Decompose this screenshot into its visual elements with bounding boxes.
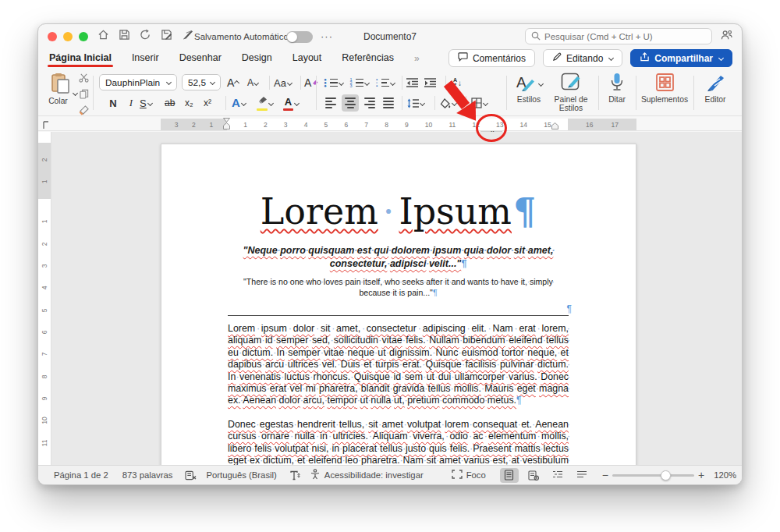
document-canvas[interactable]: 21 1234567891011 Lorem Ipsum¶ "Neque por… (38, 132, 742, 466)
sort-button[interactable]: AZ↓ (453, 74, 462, 91)
line-spacing-button[interactable] (407, 94, 424, 112)
draft-view-button[interactable] (573, 468, 591, 483)
microphone-icon (610, 73, 624, 95)
grow-font-button[interactable]: A (227, 74, 239, 91)
borders-button[interactable] (471, 94, 488, 112)
body-paragraph-2[interactable]: Donec egestas hendrerit tellus, sit amet… (228, 419, 569, 466)
copy-icon[interactable] (80, 89, 89, 101)
search-field[interactable] (525, 28, 712, 44)
tab-selector-icon[interactable] (42, 119, 50, 133)
tab-pagina-inicial[interactable]: Página Inicial (49, 52, 112, 65)
text-effects-button[interactable]: A (232, 94, 246, 112)
horizontal-border-line: ¶ (228, 315, 569, 316)
font-name-select[interactable]: DauphinPlain (99, 74, 177, 90)
align-right-icon (364, 98, 375, 108)
multilevel-list-icon: ▪▫▪ (374, 78, 389, 87)
text-scaling-icon[interactable] (289, 470, 300, 481)
accessibility-icon (310, 469, 321, 481)
align-center-icon (345, 98, 356, 108)
tab-desenhar[interactable]: Desenhar (179, 52, 222, 65)
document-page[interactable]: Lorem Ipsum¶ "Neque porro quisquam est q… (161, 144, 636, 466)
focus-icon (452, 470, 463, 481)
tab-design[interactable]: Design (242, 52, 272, 65)
ruler-right-margin: 1617 (568, 119, 636, 130)
search-icon (531, 30, 541, 44)
align-left-button[interactable] (323, 94, 339, 112)
chevron-down-icon (608, 55, 614, 61)
styles-button[interactable]: A Estilos (511, 72, 547, 104)
zoom-in-button[interactable]: + (698, 469, 704, 481)
indent-marker-right[interactable] (551, 122, 558, 131)
change-case-button[interactable]: Aa (274, 74, 292, 91)
zoom-slider-knob[interactable] (661, 470, 671, 481)
proofing-status-icon[interactable] (185, 470, 197, 481)
dictate-button[interactable]: Ditar (601, 72, 633, 104)
share-presence-icon[interactable] (721, 30, 732, 44)
accessibility-status[interactable]: Acessibilidade: investigar (310, 469, 424, 481)
body-paragraph-1[interactable]: Lorem ipsum dolor sit amet, consectetur … (228, 323, 569, 407)
bold-button[interactable]: N (105, 94, 121, 112)
editor-button[interactable]: Editor (698, 72, 732, 104)
increase-indent-button[interactable] (424, 74, 436, 91)
share-icon (640, 52, 650, 64)
comment-bubble-icon (458, 52, 468, 64)
borders-icon (471, 98, 482, 108)
chevron-down-icon (166, 80, 172, 85)
styles-icon: A (516, 73, 536, 94)
highlighter-icon (257, 96, 268, 111)
word-window: Salvamento Automático ··· Documento7 Pág… (37, 23, 743, 485)
search-input[interactable] (544, 32, 706, 41)
editing-mode-button[interactable]: Editando (543, 49, 622, 67)
align-left-icon (325, 98, 336, 108)
tab-referencias[interactable]: Referências (342, 52, 394, 65)
zoom-slider[interactable] (612, 474, 694, 477)
zoom-percentage[interactable]: 120% (714, 470, 736, 480)
multilevel-list-button[interactable]: ▪▫▪ (374, 74, 395, 91)
document-heading[interactable]: Lorem Ipsum¶ (228, 191, 569, 232)
cut-icon[interactable] (79, 73, 89, 85)
superscript-button[interactable]: x² (204, 94, 211, 112)
reading-view-button[interactable] (524, 468, 543, 483)
styles-pane-button[interactable]: Painel de Estilos (548, 72, 594, 112)
page-count[interactable]: Página 1 de 2 (54, 470, 108, 480)
chevron-down-icon (718, 55, 724, 61)
language-status[interactable]: Português (Brasil) (206, 470, 276, 480)
word-count[interactable]: 873 palavras (122, 470, 173, 480)
paste-button[interactable]: Colar (46, 73, 76, 105)
share-button[interactable]: Compartilhar (630, 49, 732, 67)
ribbon-tabs-row: Página Inicial Inserir Desenhar Design L… (38, 49, 742, 69)
addins-button[interactable]: Suplementos (640, 72, 689, 104)
quote-paragraph-english[interactable]: "There is no one who loves pain itself, … (228, 276, 569, 298)
quote-paragraph-latin[interactable]: "Neque porro quisquam est qui dolorem ip… (228, 244, 569, 271)
align-right-button[interactable] (362, 94, 378, 112)
font-size-select[interactable]: 52,5 (182, 74, 221, 90)
print-layout-view-button[interactable] (500, 468, 519, 483)
strikethrough-button[interactable]: ab (165, 94, 175, 112)
font-color-button[interactable]: A (283, 94, 299, 112)
pilcrow-mark: ¶ (567, 303, 572, 314)
tab-layout[interactable]: Layout (292, 52, 322, 65)
italic-button[interactable]: I (124, 94, 138, 112)
align-center-button[interactable] (342, 94, 359, 112)
justify-button[interactable] (381, 94, 396, 112)
zoom-out-button[interactable]: − (602, 469, 608, 481)
underline-button[interactable]: S (140, 94, 152, 112)
indent-marker-left[interactable] (223, 118, 230, 131)
bullet-list-button[interactable]: ●●● (323, 74, 343, 91)
highlight-color-button[interactable] (257, 94, 273, 112)
comments-button[interactable]: Comentários (448, 49, 535, 67)
decrease-indent-button[interactable] (406, 74, 418, 91)
subscript-button[interactable]: x₂ (185, 94, 193, 112)
outline-view-button[interactable] (548, 468, 567, 483)
focus-mode-button[interactable]: Foco (452, 470, 486, 481)
screenshot-stage: Salvamento Automático ··· Documento7 Pág… (0, 0, 780, 532)
clipboard-icon (46, 73, 76, 97)
numbered-list-button[interactable]: 123 (349, 74, 369, 91)
tabs-overflow-icon[interactable]: » (414, 53, 419, 64)
chevron-down-icon (210, 80, 215, 85)
shrink-font-button[interactable]: A (247, 74, 258, 91)
shading-button[interactable] (440, 94, 456, 112)
tab-inserir[interactable]: Inserir (132, 52, 159, 65)
editor-pen-icon (706, 73, 725, 94)
format-painter-icon[interactable] (79, 105, 89, 118)
